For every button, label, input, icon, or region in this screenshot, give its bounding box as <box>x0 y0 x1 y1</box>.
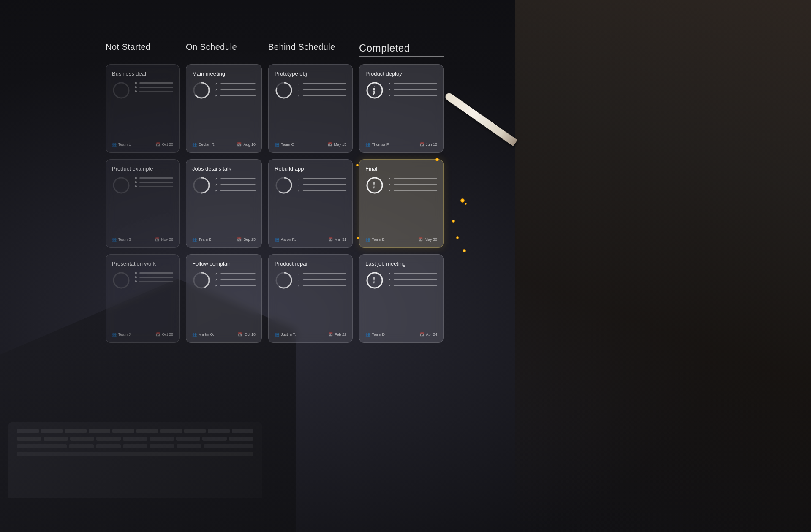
card-final[interactable]: Final 100% ✓ ✓ ✓ 👥 Team <box>359 159 444 248</box>
card-last-job-meeting[interactable]: Last job meeting 100% ✓ ✓ ✓ 👥 <box>359 254 444 343</box>
card-footer: 👥 Team S 📅 Nov 26 <box>112 237 173 242</box>
card-date: 📅 Aug 10 <box>237 142 256 147</box>
card-footer: 👥 Martin O. 📅 Oct 18 <box>192 332 256 337</box>
card-footer: 👥 Thomas P. 📅 Jun 12 <box>365 142 437 147</box>
card-title: Rebuild app <box>275 166 346 172</box>
col-header-behind-schedule: Behind Schedule <box>268 42 353 57</box>
card-title: Last job meeting <box>365 261 437 267</box>
card-jobs-details[interactable]: Jobs details talk ✓ ✓ ✓ 👥 Team B <box>186 159 262 248</box>
progress-circle-wrap <box>192 176 211 235</box>
task-lines: ✓ ✓ ✓ <box>297 272 346 330</box>
card-business-deal[interactable]: Business deal 👥 Team L <box>106 64 180 153</box>
svg-point-9 <box>114 178 129 193</box>
card-team: 👥 Thomas P. <box>365 142 389 147</box>
card-date: 📅 Apr 24 <box>419 332 437 337</box>
hand-background <box>515 0 811 532</box>
kanban-board: Not Started On Schedule Behind Schedule … <box>106 42 528 359</box>
card-footer: 👥 Team L 📅 Oct 20 <box>112 142 173 147</box>
progress-circle-wrap <box>192 81 211 140</box>
svg-text:100%: 100% <box>373 277 376 285</box>
col-header-on-schedule: On Schedule <box>186 42 262 57</box>
team-icon: 👥 <box>365 142 370 147</box>
card-title: Product deploy <box>365 71 437 77</box>
team-icon: 👥 <box>192 237 197 242</box>
team-icon: 👥 <box>112 237 117 242</box>
task-lines <box>135 272 173 330</box>
card-footer: 👥 Team J 📅 Oct 28 <box>112 332 173 337</box>
progress-circle-wrap <box>275 176 293 235</box>
progress-circle-wrap: 100% <box>365 176 384 235</box>
card-team: 👥 Declan R. <box>192 142 215 147</box>
card-footer: 👥 Justim T. 📅 Feb 22 <box>275 332 346 337</box>
card-team: 👥 Team B <box>192 237 212 242</box>
team-icon: 👥 <box>365 237 370 242</box>
card-title: Presentation work <box>112 261 173 267</box>
team-icon: 👥 <box>275 237 279 242</box>
card-team: 👥 Team D <box>365 332 385 337</box>
calendar-icon: 📅 <box>419 332 424 337</box>
card-footer: 👥 Team D 📅 Apr 24 <box>365 332 437 337</box>
team-icon: 👥 <box>112 142 117 147</box>
card-title: Follow complain <box>192 261 256 267</box>
task-lines <box>135 82 173 140</box>
calendar-icon: 📅 <box>328 332 333 337</box>
card-follow-complain[interactable]: Follow complain ✓ ✓ ✓ 👥 Martin O. <box>186 254 262 343</box>
card-presentation-work[interactable]: Presentation work 👥 Team J <box>106 254 180 343</box>
svg-point-0 <box>114 83 129 98</box>
card-title: Business deal <box>112 71 173 77</box>
task-lines: ✓ ✓ ✓ <box>215 272 256 330</box>
progress-circle-wrap <box>192 271 211 330</box>
card-footer: 👥 Team B 📅 Sep 25 <box>192 237 256 242</box>
card-product-example[interactable]: Product example 👥 Team S <box>106 159 180 248</box>
card-footer: 👥 Aaron R. 📅 Mar 31 <box>275 237 346 242</box>
progress-circle-wrap <box>112 271 131 330</box>
team-icon: 👥 <box>365 332 370 337</box>
col-header-not-started: Not Started <box>106 42 180 57</box>
card-date: 📅 Oct 18 <box>238 332 256 337</box>
card-team: 👥 Team L <box>112 142 131 147</box>
card-rebuild-app[interactable]: Rebuild app ✓ ✓ ✓ 👥 Aaron R. <box>268 159 353 248</box>
card-date: 📅 Mar 31 <box>328 237 346 242</box>
card-main-meeting[interactable]: Main meeting ✓ ✓ ✓ 👥 Declan R. <box>186 64 262 153</box>
card-title: Prototype obj <box>275 71 346 77</box>
progress-circle-wrap <box>275 81 293 140</box>
card-product-repair[interactable]: Product repair ✓ ✓ ✓ 👥 Justim T. <box>268 254 353 343</box>
progress-circle-wrap <box>275 271 293 330</box>
task-lines: ✓ ✓ ✓ <box>215 82 256 140</box>
card-team: 👥 Team E <box>365 237 385 242</box>
calendar-icon: 📅 <box>328 237 333 242</box>
card-date: 📅 Feb 22 <box>328 332 346 337</box>
task-lines: ✓ ✓ ✓ <box>297 82 346 140</box>
task-lines: ✓ ✓ ✓ <box>297 177 346 235</box>
card-title: Product example <box>112 166 173 172</box>
card-title: Final <box>365 166 437 172</box>
card-title: Product repair <box>275 261 346 267</box>
card-footer: 👥 Declan R. 📅 Aug 10 <box>192 142 256 147</box>
col-header-completed: Completed <box>359 42 444 57</box>
card-product-deploy[interactable]: Product deploy 100% ✓ ✓ ✓ 👥 <box>359 64 444 153</box>
card-date: 📅 Jun 12 <box>419 142 437 147</box>
card-footer: 👥 Team C 📅 May 15 <box>275 142 346 147</box>
team-icon: 👥 <box>275 142 279 147</box>
card-prototype-obj[interactable]: Prototype obj ✓ ✓ ✓ 👥 Team C <box>268 64 353 153</box>
card-date: 📅 May 30 <box>418 237 437 242</box>
calendar-icon: 📅 <box>237 142 242 147</box>
card-date: 📅 Nov 26 <box>155 237 173 242</box>
team-icon: 👥 <box>275 332 279 337</box>
progress-circle-wrap: 100% <box>365 271 384 330</box>
card-footer: 👥 Team E 📅 May 30 <box>365 237 437 242</box>
card-title: Main meeting <box>192 71 256 77</box>
card-date: 📅 Oct 28 <box>155 332 173 337</box>
calendar-icon: 📅 <box>155 237 159 242</box>
card-team: 👥 Team J <box>112 332 131 337</box>
column-headers: Not Started On Schedule Behind Schedule … <box>106 42 528 57</box>
calendar-icon: 📅 <box>155 142 160 147</box>
progress-circle-wrap <box>112 176 131 235</box>
card-date: 📅 May 15 <box>327 142 346 147</box>
card-date: 📅 Oct 20 <box>155 142 173 147</box>
calendar-icon: 📅 <box>155 332 160 337</box>
calendar-icon: 📅 <box>237 237 242 242</box>
progress-circle-wrap: 100% <box>365 81 384 140</box>
calendar-icon: 📅 <box>419 142 424 147</box>
task-lines: ✓ ✓ ✓ <box>388 82 437 140</box>
